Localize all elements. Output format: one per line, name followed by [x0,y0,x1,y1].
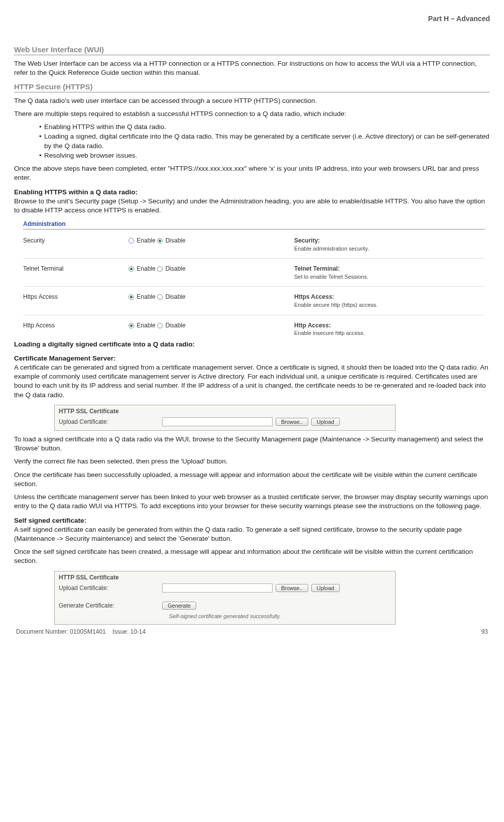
self-heading: Self signed certificate: [14,516,490,525]
desc-text: Enable secure http (https) access. [294,302,377,308]
page-number: 93 [481,628,488,636]
admin-label: Https Access [23,293,129,301]
cert-title: HTTP SSL Certificate [59,407,391,415]
cms-heading: Certificate Management Server: [14,354,490,363]
cert-generate-row: Generate Certificate: Generate [59,602,391,610]
cert-status-message: Self-signed certificate generated succes… [59,613,391,620]
step-1: Enabling HTTPS within the Q data radio. [44,123,490,132]
admin-control: Enable Disable [129,265,294,273]
radio-enable[interactable] [129,238,134,244]
self-p2: Once the self signed certificate has bee… [14,547,490,565]
admin-desc: Telnet Terminal: Set to enable Telnet Se… [294,265,485,280]
issue: Issue: 10-14 [112,628,146,635]
disable-label: Disable [165,293,185,300]
admin-desc: Https Access: Enable secure http (https)… [294,293,485,308]
https-p3: Once the above steps have been completed… [14,164,490,182]
enable-label: Enable [137,322,155,329]
enable-heading: Enabling HTTPS within a Q data radio: [14,188,490,197]
enable-label: Enable [137,237,155,244]
part-header: Part H – Advanced [14,14,490,24]
radio-enable[interactable] [129,266,134,272]
desc-text: Enable administration security. [294,246,369,252]
page-footer: Document Number: 0100SM1401 Issue: 10-14… [14,628,490,636]
disable-label: Disable [165,322,185,329]
step-3: Resolving web browser issues. [44,151,490,160]
desc-title: Https Access: [294,293,485,301]
load-p4: Once the certificate has been successful… [14,471,490,489]
radio-disable[interactable] [157,266,163,272]
cert-upload-box-2: HTTP SSL Certificate Upload Certificate:… [54,571,396,625]
browse-button[interactable]: Browse.. [276,418,308,426]
radio-enable[interactable] [129,323,134,328]
https-steps: Enabling HTTPS within the Q data radio. … [14,123,490,160]
admin-label: Http Access [23,321,129,329]
admin-control: Enable Disable [129,321,294,329]
load-p2: To load a signed certificate into a Q da… [14,435,490,453]
wui-intro: The Web User Interface can be access via… [14,59,490,77]
admin-row-https: Https Access Enable Disable Https Access… [23,287,485,315]
upload-button[interactable]: Upload [311,418,340,426]
load-p5: Unless the certificate management server… [14,493,490,511]
admin-desc: Security: Enable administration security… [294,237,485,252]
admin-row-http: Http Access Enable Disable Http Access: … [23,315,485,339]
admin-control: Enable Disable [129,237,294,245]
radio-disable[interactable] [157,323,163,328]
radio-enable[interactable] [129,294,134,300]
upload-button[interactable]: Upload [311,584,340,592]
disable-label: Disable [165,265,185,272]
desc-text: Set to enable Telnet Sessions. [294,274,368,280]
section-title-https: HTTP Secure (HTTPS) [14,82,490,92]
cert-file-input[interactable] [162,583,273,593]
load-heading: Loading a digitally signed certificate i… [14,340,490,349]
generate-cert-label: Generate Certificate: [59,602,159,610]
https-p2: There are multiple steps required to est… [14,109,490,119]
cert-file-input[interactable] [162,417,273,426]
admin-label: Telnet Terminal [23,265,129,273]
cms-p1: A certificate can be generated and signe… [14,363,490,400]
desc-title: Http Access: [294,321,485,329]
section-title-wui: Web User Interface (WUI) [14,45,490,55]
admin-panel-title: Administration [23,219,485,229]
disable-label: Disable [165,237,185,244]
enable-text: Browse to the unit's Security page (Setu… [14,197,490,215]
enable-label: Enable [137,293,155,300]
admin-row-telnet: Telnet Terminal Enable Disable Telnet Te… [23,259,485,287]
cert-upload-row: Upload Certificate: Browse.. Upload [59,417,391,426]
browse-button[interactable]: Browse.. [276,584,308,592]
radio-disable[interactable] [157,294,163,300]
upload-cert-label: Upload Certificate: [59,584,159,592]
doc-number: Document Number: 0100SM1401 [16,628,106,635]
step-2: Loading a signed, digital certificate in… [44,132,490,150]
https-p1: The Q data radio's web user interface ca… [14,96,490,105]
admin-desc: Http Access: Enable insecure http access… [294,321,485,337]
admin-row-security: Security Enable Disable Security: Enable… [23,230,485,259]
upload-cert-label: Upload Certificate: [59,418,159,426]
load-p3: Verify the correct file has been selecte… [14,457,490,466]
admin-panel: Administration Security Enable Disable S… [23,219,485,338]
desc-title: Telnet Terminal: [294,265,485,273]
generate-button[interactable]: Generate [162,602,196,610]
desc-title: Security: [294,237,485,245]
cert-upload-row: Upload Certificate: Browse.. Upload [59,583,391,593]
cert-upload-box-1: HTTP SSL Certificate Upload Certificate:… [54,405,396,431]
desc-text: Enable insecure http access. [294,330,365,336]
enable-label: Enable [137,265,155,272]
admin-control: Enable Disable [129,293,294,301]
admin-label: Security [23,237,129,245]
self-p1: A self signed certificate can easily be … [14,525,490,543]
cert-title: HTTP SSL Certificate [59,573,391,581]
radio-disable[interactable] [157,238,163,244]
